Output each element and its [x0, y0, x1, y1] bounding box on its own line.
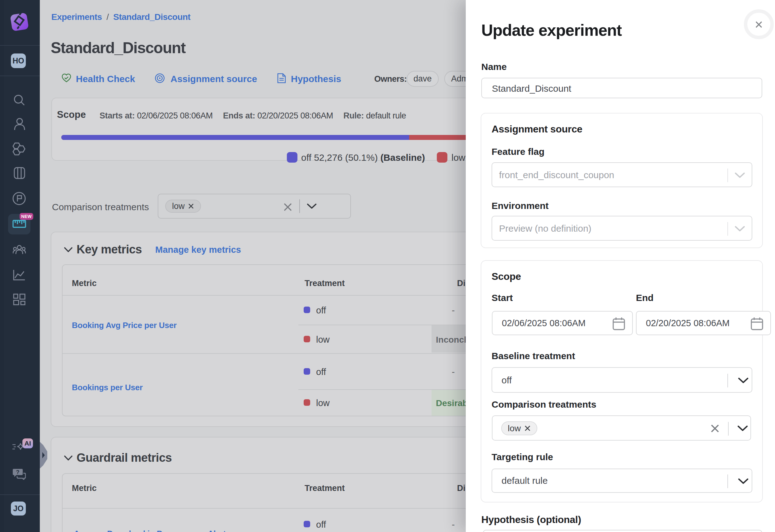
svg-text:?: ?	[16, 469, 20, 475]
